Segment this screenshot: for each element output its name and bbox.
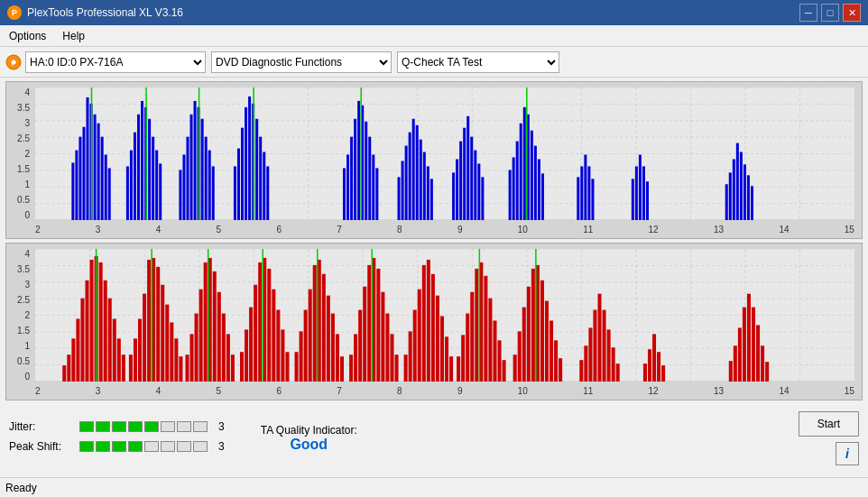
svg-rect-188 <box>217 292 221 382</box>
svg-rect-255 <box>527 287 531 382</box>
svg-rect-247 <box>488 299 492 382</box>
svg-rect-276 <box>657 352 660 382</box>
jitter-seg-8 <box>193 421 208 432</box>
metrics-section: Jitter: 3 Peak Shift: <box>9 420 225 456</box>
info-button[interactable]: i <box>836 442 859 465</box>
bottom-chart-container: 4 3.5 3 2.5 2 1.5 1 0.5 0 <box>5 243 863 400</box>
svg-rect-239 <box>449 356 453 382</box>
svg-rect-191 <box>231 354 235 382</box>
svg-rect-40 <box>134 133 136 220</box>
svg-rect-171 <box>143 294 146 382</box>
svg-rect-102 <box>512 157 515 220</box>
svg-rect-124 <box>733 159 735 220</box>
svg-rect-117 <box>632 179 634 220</box>
svg-rect-119 <box>639 154 642 220</box>
jitter-seg-3 <box>112 421 126 432</box>
menu-options[interactable]: Options <box>5 28 50 44</box>
svg-rect-253 <box>518 331 522 382</box>
close-button[interactable]: ✕ <box>843 4 861 22</box>
svg-rect-168 <box>129 354 133 382</box>
mode-select[interactable]: Q-Check TA Test <box>397 51 559 73</box>
svg-rect-234 <box>427 260 430 382</box>
svg-rect-161 <box>99 262 103 382</box>
svg-rect-169 <box>134 338 137 382</box>
svg-rect-194 <box>245 329 248 382</box>
svg-rect-104 <box>520 124 522 220</box>
svg-rect-122 <box>725 184 728 220</box>
svg-rect-120 <box>642 166 645 220</box>
top-chart-container: 4 3.5 3 2.5 2 1.5 1 0.5 0 <box>5 81 863 239</box>
svg-rect-34 <box>101 137 104 220</box>
svg-rect-170 <box>138 318 142 382</box>
svg-rect-80 <box>375 168 378 220</box>
menu-help[interactable]: Help <box>59 28 88 44</box>
svg-rect-211 <box>322 274 326 382</box>
drive-select[interactable]: HA:0 ID:0 PX-716A <box>25 51 206 73</box>
svg-rect-68 <box>263 152 265 220</box>
svg-rect-77 <box>365 122 367 220</box>
svg-rect-79 <box>372 154 374 220</box>
svg-rect-187 <box>213 272 217 382</box>
status-text: Ready <box>5 482 37 494</box>
svg-rect-261 <box>554 340 558 382</box>
svg-rect-49 <box>179 170 181 220</box>
main-content: 4 3.5 3 2.5 2 1.5 1 0.5 0 <box>0 78 868 404</box>
svg-rect-61 <box>237 149 240 220</box>
function-select[interactable]: DVD Diagnostic Functions <box>211 51 392 73</box>
svg-rect-242 <box>466 314 469 382</box>
svg-rect-182 <box>190 334 194 382</box>
drive-icon: P <box>5 54 22 70</box>
svg-rect-99 <box>477 163 480 220</box>
svg-rect-238 <box>445 336 448 382</box>
svg-rect-36 <box>108 168 111 220</box>
svg-rect-112 <box>577 177 579 220</box>
svg-rect-225 <box>385 314 389 382</box>
ps-seg-3 <box>112 441 126 452</box>
svg-rect-53 <box>194 101 197 220</box>
ps-seg-5 <box>144 441 159 452</box>
svg-rect-280 <box>738 327 742 382</box>
svg-rect-156 <box>76 318 79 382</box>
svg-rect-199 <box>267 269 271 382</box>
svg-rect-190 <box>226 334 230 382</box>
svg-rect-153 <box>62 365 66 382</box>
svg-rect-84 <box>405 146 408 220</box>
svg-rect-229 <box>404 354 408 382</box>
svg-rect-47 <box>159 163 162 220</box>
svg-rect-217 <box>349 354 353 382</box>
maximize-button[interactable]: □ <box>821 4 839 22</box>
svg-rect-246 <box>484 276 487 382</box>
svg-rect-174 <box>156 267 160 382</box>
svg-rect-213 <box>331 314 335 382</box>
ps-seg-6 <box>161 441 175 452</box>
svg-rect-35 <box>105 154 107 220</box>
svg-rect-183 <box>195 314 199 382</box>
ps-seg-7 <box>177 441 191 452</box>
svg-rect-154 <box>67 354 70 382</box>
top-chart-x-axis: 2 3 4 5 6 7 8 9 10 11 12 13 14 15 <box>35 225 854 235</box>
svg-rect-92 <box>452 172 455 220</box>
svg-rect-50 <box>182 154 185 220</box>
bottom-chart-x-axis: 2 3 4 5 6 7 8 9 10 11 12 13 14 15 <box>35 386 854 396</box>
svg-rect-259 <box>545 301 549 382</box>
svg-rect-237 <box>440 316 444 382</box>
jitter-row: Jitter: 3 <box>9 420 225 433</box>
svg-rect-108 <box>534 146 537 220</box>
svg-rect-286 <box>765 362 769 382</box>
svg-rect-283 <box>752 308 755 382</box>
svg-rect-32 <box>94 115 97 220</box>
svg-rect-58 <box>212 166 215 220</box>
svg-rect-177 <box>170 322 173 382</box>
svg-rect-116 <box>591 179 594 220</box>
peakshift-progress <box>79 441 208 452</box>
svg-rect-101 <box>509 170 512 220</box>
svg-rect-51 <box>186 137 189 220</box>
svg-rect-241 <box>461 335 465 382</box>
minimize-button[interactable]: ─ <box>799 4 817 22</box>
svg-rect-264 <box>579 360 583 382</box>
svg-rect-181 <box>185 354 189 382</box>
start-button[interactable]: Start <box>799 411 859 437</box>
title-controls[interactable]: ─ □ ✕ <box>799 4 861 22</box>
svg-rect-166 <box>122 354 125 382</box>
svg-rect-184 <box>199 290 203 382</box>
